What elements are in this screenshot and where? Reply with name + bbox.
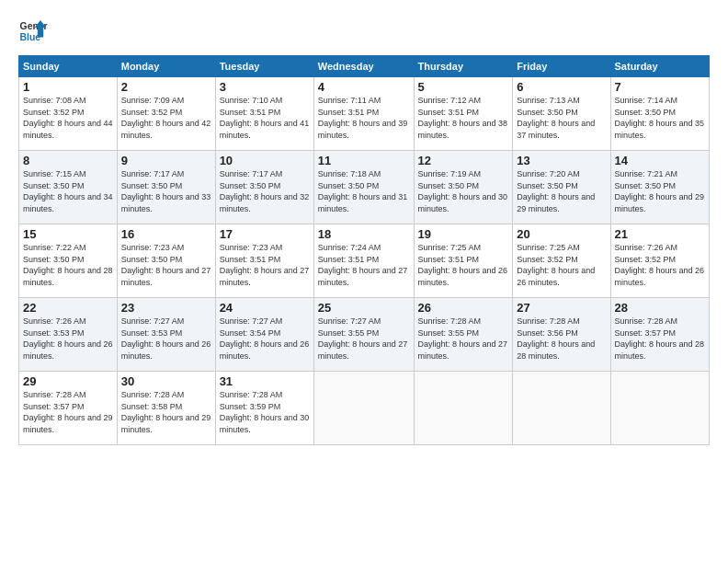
calendar-cell: 16Sunrise: 7:23 AMSunset: 3:50 PMDayligh…	[117, 224, 215, 298]
day-info: Sunrise: 7:19 AMSunset: 3:50 PMDaylight:…	[418, 168, 509, 214]
day-number: 9	[121, 154, 211, 167]
day-number: 1	[23, 80, 113, 94]
week-row-1: 1Sunrise: 7:08 AMSunset: 3:52 PMDaylight…	[19, 77, 710, 151]
day-number: 24	[220, 301, 310, 315]
calendar-cell: 26Sunrise: 7:28 AMSunset: 3:55 PMDayligh…	[414, 298, 513, 372]
day-info: Sunrise: 7:27 AMSunset: 3:53 PMDaylight:…	[121, 316, 211, 362]
day-number: 16	[121, 227, 211, 241]
day-info: Sunrise: 7:28 AMSunset: 3:58 PMDaylight:…	[121, 389, 211, 435]
calendar-cell: 8Sunrise: 7:15 AMSunset: 3:50 PMDaylight…	[19, 151, 118, 224]
day-number: 12	[418, 154, 509, 167]
calendar-cell	[313, 372, 414, 445]
day-info: Sunrise: 7:09 AMSunset: 3:52 PMDaylight:…	[121, 95, 211, 141]
day-number: 13	[517, 154, 606, 167]
calendar-cell: 30Sunrise: 7:28 AMSunset: 3:58 PMDayligh…	[117, 372, 215, 445]
calendar-cell: 9Sunrise: 7:17 AMSunset: 3:50 PMDaylight…	[117, 151, 215, 224]
calendar-cell: 14Sunrise: 7:21 AMSunset: 3:50 PMDayligh…	[610, 151, 709, 224]
calendar-cell: 29Sunrise: 7:28 AMSunset: 3:57 PMDayligh…	[19, 372, 118, 445]
day-number: 21	[615, 227, 705, 241]
day-number: 20	[517, 227, 606, 241]
week-row-5: 29Sunrise: 7:28 AMSunset: 3:57 PMDayligh…	[19, 372, 710, 445]
weekday-monday: Monday	[117, 56, 215, 77]
page: General Blue SundayMondayTuesdayWednesda…	[0, 0, 728, 563]
week-row-3: 15Sunrise: 7:22 AMSunset: 3:50 PMDayligh…	[19, 224, 710, 298]
weekday-saturday: Saturday	[610, 56, 709, 77]
calendar-cell: 20Sunrise: 7:25 AMSunset: 3:52 PMDayligh…	[513, 224, 610, 298]
day-number: 31	[220, 374, 310, 388]
day-number: 8	[23, 154, 113, 167]
day-number: 27	[517, 301, 606, 315]
day-info: Sunrise: 7:14 AMSunset: 3:50 PMDaylight:…	[615, 95, 705, 141]
day-info: Sunrise: 7:22 AMSunset: 3:50 PMDaylight:…	[23, 242, 113, 288]
calendar-cell: 27Sunrise: 7:28 AMSunset: 3:56 PMDayligh…	[513, 298, 610, 372]
weekday-tuesday: Tuesday	[215, 56, 313, 77]
calendar-table: SundayMondayTuesdayWednesdayThursdayFrid…	[18, 55, 710, 445]
weekday-thursday: Thursday	[414, 56, 513, 77]
calendar-cell: 6Sunrise: 7:13 AMSunset: 3:50 PMDaylight…	[513, 77, 610, 151]
logo: General Blue	[18, 17, 48, 46]
day-info: Sunrise: 7:28 AMSunset: 3:57 PMDaylight:…	[615, 316, 705, 362]
day-info: Sunrise: 7:27 AMSunset: 3:54 PMDaylight:…	[220, 316, 310, 362]
day-info: Sunrise: 7:10 AMSunset: 3:51 PMDaylight:…	[220, 95, 310, 141]
day-info: Sunrise: 7:25 AMSunset: 3:52 PMDaylight:…	[517, 242, 606, 288]
calendar-cell: 1Sunrise: 7:08 AMSunset: 3:52 PMDaylight…	[19, 77, 118, 151]
calendar-cell: 31Sunrise: 7:28 AMSunset: 3:59 PMDayligh…	[215, 372, 313, 445]
week-row-4: 22Sunrise: 7:26 AMSunset: 3:53 PMDayligh…	[19, 298, 710, 372]
calendar-cell: 2Sunrise: 7:09 AMSunset: 3:52 PMDaylight…	[117, 77, 215, 151]
day-number: 18	[318, 227, 410, 241]
day-info: Sunrise: 7:20 AMSunset: 3:50 PMDaylight:…	[517, 168, 606, 214]
day-number: 6	[517, 80, 606, 94]
calendar-cell: 15Sunrise: 7:22 AMSunset: 3:50 PMDayligh…	[19, 224, 118, 298]
calendar-cell: 12Sunrise: 7:19 AMSunset: 3:50 PMDayligh…	[414, 151, 513, 224]
day-info: Sunrise: 7:28 AMSunset: 3:55 PMDaylight:…	[418, 316, 509, 362]
day-info: Sunrise: 7:28 AMSunset: 3:56 PMDaylight:…	[517, 316, 606, 362]
calendar-cell: 19Sunrise: 7:25 AMSunset: 3:51 PMDayligh…	[414, 224, 513, 298]
day-number: 14	[615, 154, 705, 167]
calendar-cell: 21Sunrise: 7:26 AMSunset: 3:52 PMDayligh…	[610, 224, 709, 298]
day-number: 19	[418, 227, 509, 241]
calendar-cell: 18Sunrise: 7:24 AMSunset: 3:51 PMDayligh…	[313, 224, 414, 298]
day-info: Sunrise: 7:24 AMSunset: 3:51 PMDaylight:…	[318, 242, 410, 288]
day-number: 29	[23, 374, 113, 388]
day-info: Sunrise: 7:28 AMSunset: 3:59 PMDaylight:…	[220, 389, 310, 435]
day-number: 26	[418, 301, 509, 315]
calendar-cell: 22Sunrise: 7:26 AMSunset: 3:53 PMDayligh…	[19, 298, 118, 372]
day-info: Sunrise: 7:17 AMSunset: 3:50 PMDaylight:…	[220, 168, 310, 214]
day-info: Sunrise: 7:26 AMSunset: 3:52 PMDaylight:…	[615, 242, 705, 288]
day-number: 15	[23, 227, 113, 241]
day-info: Sunrise: 7:21 AMSunset: 3:50 PMDaylight:…	[615, 168, 705, 214]
day-number: 10	[220, 154, 310, 167]
day-info: Sunrise: 7:08 AMSunset: 3:52 PMDaylight:…	[23, 95, 113, 141]
day-info: Sunrise: 7:23 AMSunset: 3:51 PMDaylight:…	[220, 242, 310, 288]
day-number: 17	[220, 227, 310, 241]
day-info: Sunrise: 7:26 AMSunset: 3:53 PMDaylight:…	[23, 316, 113, 362]
calendar-cell: 28Sunrise: 7:28 AMSunset: 3:57 PMDayligh…	[610, 298, 709, 372]
day-info: Sunrise: 7:27 AMSunset: 3:55 PMDaylight:…	[318, 316, 410, 362]
logo-icon: General Blue	[18, 17, 48, 46]
day-info: Sunrise: 7:25 AMSunset: 3:51 PMDaylight:…	[418, 242, 509, 288]
header: General Blue	[18, 17, 710, 46]
calendar-cell: 24Sunrise: 7:27 AMSunset: 3:54 PMDayligh…	[215, 298, 313, 372]
weekday-friday: Friday	[513, 56, 610, 77]
day-info: Sunrise: 7:11 AMSunset: 3:51 PMDaylight:…	[318, 95, 410, 141]
day-number: 28	[615, 301, 705, 315]
day-info: Sunrise: 7:15 AMSunset: 3:50 PMDaylight:…	[23, 168, 113, 214]
weekday-wednesday: Wednesday	[313, 56, 414, 77]
day-number: 11	[318, 154, 410, 167]
day-info: Sunrise: 7:23 AMSunset: 3:50 PMDaylight:…	[121, 242, 211, 288]
day-number: 25	[318, 301, 410, 315]
calendar-cell: 4Sunrise: 7:11 AMSunset: 3:51 PMDaylight…	[313, 77, 414, 151]
weekday-sunday: Sunday	[19, 56, 118, 77]
day-info: Sunrise: 7:12 AMSunset: 3:51 PMDaylight:…	[418, 95, 509, 141]
day-number: 4	[318, 80, 410, 94]
calendar-cell: 13Sunrise: 7:20 AMSunset: 3:50 PMDayligh…	[513, 151, 610, 224]
calendar-cell: 23Sunrise: 7:27 AMSunset: 3:53 PMDayligh…	[117, 298, 215, 372]
day-info: Sunrise: 7:17 AMSunset: 3:50 PMDaylight:…	[121, 168, 211, 214]
calendar-cell	[513, 372, 610, 445]
day-number: 23	[121, 301, 211, 315]
day-number: 22	[23, 301, 113, 315]
day-number: 30	[121, 374, 211, 388]
calendar-cell: 11Sunrise: 7:18 AMSunset: 3:50 PMDayligh…	[313, 151, 414, 224]
day-number: 7	[615, 80, 705, 94]
calendar-cell: 17Sunrise: 7:23 AMSunset: 3:51 PMDayligh…	[215, 224, 313, 298]
